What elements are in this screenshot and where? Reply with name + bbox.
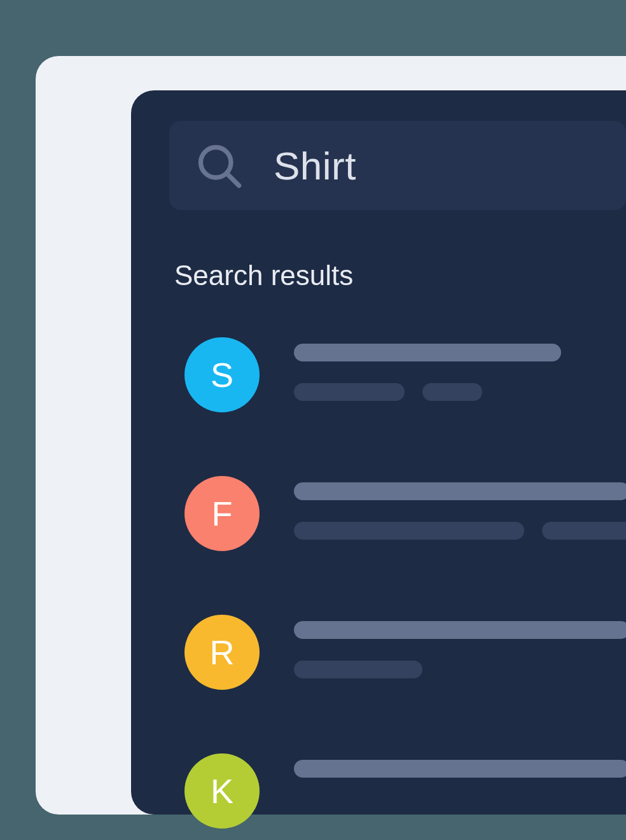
placeholder-line bbox=[542, 522, 626, 540]
svg-line-1 bbox=[227, 174, 239, 185]
avatar: R bbox=[184, 615, 260, 690]
results-list: S F bbox=[169, 337, 626, 829]
result-content bbox=[294, 615, 626, 678]
placeholder-line bbox=[294, 661, 422, 678]
placeholder-line bbox=[294, 482, 626, 500]
placeholder-line bbox=[294, 383, 405, 401]
placeholder-line bbox=[294, 760, 626, 778]
avatar: K bbox=[184, 753, 260, 829]
search-panel: Shirt Search results S F bbox=[131, 90, 626, 815]
result-item[interactable]: R bbox=[184, 615, 626, 690]
result-item[interactable]: S bbox=[184, 337, 626, 412]
result-item[interactable]: F bbox=[184, 476, 626, 551]
search-input[interactable]: Shirt bbox=[274, 143, 356, 188]
placeholder-line bbox=[294, 621, 626, 639]
results-heading: Search results bbox=[174, 260, 626, 291]
search-bar[interactable]: Shirt bbox=[169, 121, 626, 210]
search-icon bbox=[195, 141, 243, 190]
result-content bbox=[294, 476, 626, 540]
placeholder-line bbox=[294, 344, 561, 361]
result-content bbox=[294, 337, 626, 401]
avatar: F bbox=[184, 476, 260, 551]
result-content bbox=[294, 753, 626, 778]
avatar: S bbox=[184, 337, 260, 412]
result-item[interactable]: K bbox=[184, 753, 626, 829]
placeholder-line bbox=[294, 522, 524, 540]
placeholder-line bbox=[422, 383, 482, 401]
